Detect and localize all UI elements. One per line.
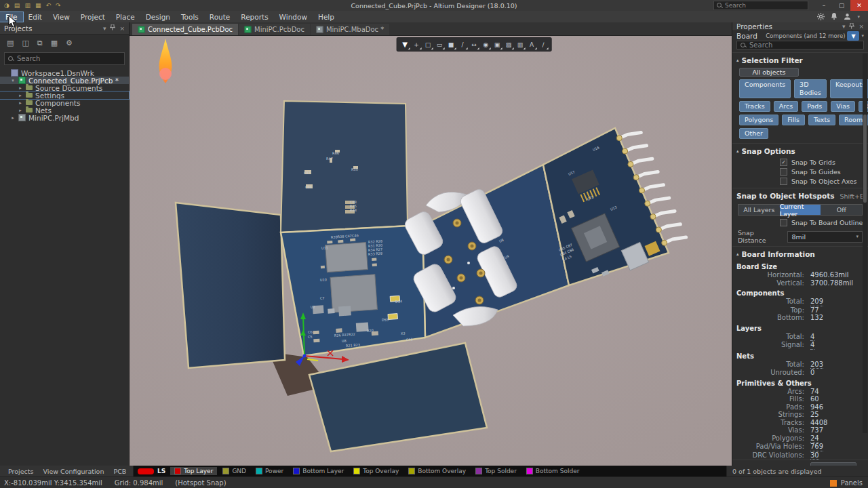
layer-tab-power[interactable]: Power (252, 467, 288, 475)
properties-search-input[interactable]: Search (736, 41, 864, 49)
menu-route[interactable]: Route (204, 12, 235, 22)
filter-components-button[interactable]: Components (739, 79, 791, 98)
compile-icon[interactable]: ◫ (22, 39, 28, 47)
projects-search-input[interactable]: Search (4, 52, 125, 65)
menu-help[interactable]: Help (313, 12, 340, 22)
global-search-input[interactable]: Search (713, 1, 808, 10)
segment-current-layer[interactable]: Current Layer (780, 205, 821, 215)
menu-window[interactable]: Window (274, 12, 313, 22)
info-value[interactable]: 4 (810, 333, 814, 342)
checkbox[interactable] (780, 219, 787, 226)
region-icon[interactable]: ▨ (503, 39, 515, 50)
open-project-icon[interactable]: ▦ (51, 39, 58, 47)
close-panel-icon[interactable]: × (859, 23, 864, 30)
layer-set-label[interactable]: LS (155, 468, 169, 474)
polygon-icon[interactable]: ▥ (515, 39, 526, 50)
save-project-icon[interactable]: ▤ (7, 39, 14, 47)
panels-button[interactable]: Panels (841, 479, 863, 487)
document-tab[interactable]: Connected_Cube.PcbDoc (132, 24, 238, 35)
snap-checkbox[interactable]: Snap To Object Axes (732, 176, 868, 186)
line-icon[interactable]: / (457, 39, 469, 50)
save-all-icon[interactable]: ▥ (24, 0, 31, 11)
info-value[interactable]: 209 (810, 298, 823, 306)
panel-tab-projects[interactable]: Projects (4, 468, 37, 475)
filter-icon[interactable]: ▼ (399, 39, 411, 50)
info-value[interactable]: 24 (810, 434, 819, 443)
pcb-3d-viewport[interactable]: ▼+□▭■/↔◉▣▨▥A∕ (130, 36, 732, 466)
maximize-button[interactable]: ▢ (833, 0, 850, 11)
info-value[interactable]: 203 (810, 361, 823, 369)
fill-icon[interactable]: ■ (446, 39, 457, 50)
redo-icon[interactable]: ↷ (56, 0, 61, 11)
menu-edit[interactable]: Edit (23, 12, 47, 22)
expand-arrow-icon[interactable]: ▸ (18, 85, 23, 91)
layer-tab-bottom-layer[interactable]: Bottom Layer (289, 467, 348, 475)
expand-arrow-icon[interactable]: ▸ (10, 115, 16, 121)
via-icon[interactable]: ◉ (480, 39, 492, 50)
minimize-button[interactable]: – (815, 0, 833, 11)
string-icon[interactable]: A (526, 39, 538, 50)
panel-dropdown-icon[interactable]: ▾ (842, 23, 846, 30)
filter-texts-button[interactable]: Texts (808, 115, 835, 125)
save-icon[interactable]: ▤ (14, 0, 20, 11)
expand-arrow-icon[interactable]: ▾ (10, 78, 16, 83)
document-tab[interactable]: MiniPC.MbaDoc * (311, 24, 389, 35)
bell-icon[interactable] (831, 13, 837, 20)
menu-tools[interactable]: Tools (176, 12, 204, 22)
tree-item[interactable]: ▸ Settings (0, 92, 129, 99)
settings-gear-icon[interactable]: ⚙ (66, 39, 73, 47)
panel-tab-pcb[interactable]: PCB (109, 468, 130, 475)
open-folder-icon[interactable]: ▦ (35, 0, 41, 11)
checkbox[interactable] (780, 178, 787, 185)
layer-tab-bottom-overlay[interactable]: Bottom Overlay (404, 467, 470, 475)
tree-item[interactable]: ▸ Nets (0, 106, 129, 114)
info-value[interactable]: 4 (810, 341, 814, 350)
filter-other-button[interactable]: Other (739, 128, 768, 139)
compare-icon[interactable]: ⧉ (37, 39, 43, 47)
select-area-icon[interactable]: □ (422, 39, 434, 50)
layer-set-swatch[interactable] (138, 468, 154, 474)
user-dropdown-icon[interactable]: ▾ (857, 14, 860, 20)
tree-item[interactable]: Workspace1.DsnWrk (0, 69, 129, 77)
snap-checkbox[interactable]: ✓ Snap To Grids (732, 157, 868, 167)
filter-tracks-button[interactable]: Tracks (739, 101, 770, 112)
section-snap-options[interactable]: ▴ Snap Options (732, 143, 868, 157)
move-icon[interactable]: + (411, 39, 422, 50)
filter-vias-button[interactable]: Vias (831, 101, 855, 112)
snap-distance-dropdown[interactable]: 8mil ▾ (787, 231, 863, 243)
menu-design[interactable]: Design (140, 12, 176, 22)
expand-arrow-icon[interactable]: ▸ (18, 108, 23, 113)
board-outline-checkbox[interactable]: Snap To Board Outline (732, 218, 868, 227)
segment-all-layers[interactable]: All Layers (738, 205, 780, 215)
align-icon[interactable]: ▭ (434, 39, 446, 50)
layer-tab-bottom-solder[interactable]: Bottom Solder (522, 467, 584, 475)
expand-arrow-icon[interactable]: ▸ (18, 100, 23, 106)
object-filter-button[interactable]: ▼ (847, 31, 859, 41)
tree-item[interactable]: ▸ MiniPC.PrjMbd (0, 114, 129, 121)
dimension-icon[interactable]: ↔ (469, 39, 480, 50)
menu-place[interactable]: Place (111, 12, 140, 22)
undo-icon[interactable]: ↶ (45, 0, 51, 11)
info-value[interactable]: 769 (810, 443, 823, 451)
gear-icon[interactable] (817, 13, 825, 20)
layer-tab-top-layer[interactable]: Top Layer (170, 467, 217, 475)
layer-tab-gnd[interactable]: GND (218, 467, 250, 475)
all-objects-button[interactable]: All objects (739, 68, 799, 77)
segment-off[interactable]: Off (821, 205, 862, 215)
panel-dropdown-icon[interactable]: ▾ (103, 25, 106, 32)
close-button[interactable]: ✕ (850, 0, 868, 11)
panel-tab-view-configuration[interactable]: View Configuration (39, 468, 108, 475)
section-selection-filter[interactable]: ▴ Selection Filter (732, 52, 868, 66)
info-value[interactable]: 30 (810, 451, 819, 460)
pin-icon[interactable] (110, 24, 115, 32)
user-icon[interactable] (844, 13, 851, 20)
filter-polygons-button[interactable]: Polygons (739, 115, 778, 125)
snap-checkbox[interactable]: Snap To Guides (732, 167, 868, 176)
menu-project[interactable]: Project (75, 12, 111, 22)
expand-arrow-icon[interactable]: ▸ (18, 93, 23, 98)
close-panel-icon[interactable]: × (119, 25, 125, 32)
menu-view[interactable]: View (47, 12, 75, 22)
track-icon[interactable]: ∕ (538, 39, 549, 50)
app-icon[interactable]: ◑ (4, 0, 9, 11)
layer-tab-top-solder[interactable]: Top Solder (471, 467, 521, 475)
